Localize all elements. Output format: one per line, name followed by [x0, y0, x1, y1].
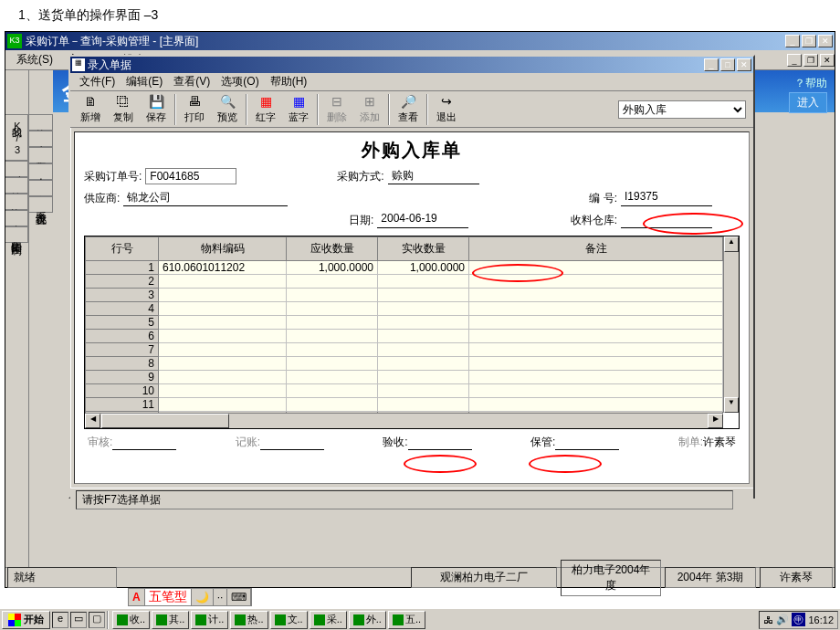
- col-actual[interactable]: 实收数量: [378, 237, 469, 261]
- child-close-button[interactable]: ✕: [820, 54, 835, 67]
- print-button[interactable]: 🖶打印: [178, 92, 211, 127]
- grid[interactable]: 行号 物料编码 应收数量 实收数量 备注 1610.06010112021,00…: [85, 236, 723, 413]
- order-no-field[interactable]: F0041685: [145, 168, 236, 184]
- ime-a-icon[interactable]: A: [129, 589, 145, 605]
- ime-bar[interactable]: A 五笔型 🌙 ·· ⌨: [128, 588, 252, 606]
- scroll-down-button[interactable]: ▼: [724, 397, 739, 413]
- add-button[interactable]: ⊞添加: [353, 92, 386, 127]
- quick-ie-icon[interactable]: e: [52, 612, 68, 628]
- taskbar-task[interactable]: 收..: [112, 611, 150, 629]
- keep-value[interactable]: [555, 436, 619, 450]
- sidebar-settings[interactable]: 系统设置: [29, 196, 53, 213]
- doc-type-combo[interactable]: 外购入库: [618, 100, 746, 119]
- help-link[interactable]: ？帮助: [794, 76, 827, 91]
- sidebar-funds[interactable]: 资金管理: [5, 194, 28, 210]
- inner-close-button[interactable]: ✕: [737, 58, 751, 71]
- sidebar-group-ctrl[interactable]: 集团控制: [5, 226, 28, 243]
- table-row[interactable]: 8: [86, 357, 723, 371]
- tray-ime-icon[interactable]: ㊥: [792, 613, 805, 626]
- menu-file[interactable]: 文件(F): [74, 72, 121, 91]
- scroll-left-button[interactable]: ◀: [85, 414, 100, 428]
- ime-label[interactable]: 五笔型: [145, 589, 192, 605]
- sidebar-production[interactable]: 生产管理: [29, 131, 53, 147]
- quick-desktop-icon[interactable]: ▭: [70, 612, 87, 628]
- supplier-value[interactable]: 锦龙公司: [123, 190, 288, 206]
- order-no-label: 采购订单号:: [84, 169, 142, 184]
- sidebar-distribution[interactable]: 集团分销: [29, 147, 53, 163]
- taskbar-task[interactable]: 采..: [310, 611, 347, 629]
- new-button[interactable]: 🗎新增: [74, 92, 107, 127]
- menu-edit[interactable]: 编辑(E): [121, 72, 168, 91]
- col-receivable[interactable]: 应收数量: [287, 237, 378, 261]
- start-button[interactable]: 开始: [2, 611, 50, 629]
- scroll-thumb[interactable]: [101, 414, 229, 428]
- warehouse-value[interactable]: [621, 212, 712, 228]
- col-rownum[interactable]: 行号: [86, 237, 159, 261]
- restore-button[interactable]: ❐: [802, 35, 816, 47]
- taskbar-task[interactable]: 计..: [191, 611, 228, 629]
- sidebar-mgmt-acct[interactable]: 管理会计: [5, 177, 28, 194]
- sidebar-bi[interactable]: 商业智能: [29, 180, 53, 196]
- sidebar-myk3[interactable]: 我的K/3: [5, 114, 28, 161]
- blue-button[interactable]: ▦蓝字: [282, 92, 315, 127]
- copy-button[interactable]: ⿻复制: [107, 92, 140, 127]
- taskbar-task[interactable]: 其..: [152, 611, 189, 629]
- close-button[interactable]: ✕: [818, 35, 833, 47]
- inner-maximize-button[interactable]: □: [720, 58, 735, 71]
- scroll-right-button[interactable]: ▶: [708, 414, 723, 428]
- quick-app-icon[interactable]: ▢: [89, 612, 105, 628]
- table-row[interactable]: 9: [86, 371, 723, 384]
- system-tray[interactable]: 🖧 🔊 ㊥ 16:12: [759, 611, 838, 629]
- enter-button[interactable]: 进入: [789, 92, 827, 113]
- tray-net-icon[interactable]: 🖧: [763, 614, 773, 625]
- child-minimize-button[interactable]: _: [787, 54, 802, 67]
- doc-type-select[interactable]: 外购入库: [618, 100, 746, 119]
- minimize-button[interactable]: _: [785, 35, 800, 47]
- keep-highlight: [529, 455, 602, 473]
- table-row[interactable]: 10: [86, 384, 723, 398]
- sidebar-consol[interactable]: 合并报表: [5, 210, 28, 226]
- date-value[interactable]: 2004-06-19: [377, 212, 468, 228]
- col-material[interactable]: 物料编码: [159, 237, 287, 261]
- tray-vol-icon[interactable]: 🔊: [776, 614, 789, 625]
- save-button[interactable]: 💾保存: [140, 92, 173, 127]
- table-row[interactable]: 5: [86, 316, 723, 330]
- lookup-button[interactable]: 🔎查看: [392, 92, 425, 127]
- table-row[interactable]: 1610.06010112021,000.00001,000.0000: [86, 261, 723, 275]
- scroll-up-button[interactable]: ▲: [724, 236, 739, 252]
- menu-view[interactable]: 查看(V): [168, 72, 215, 91]
- outer-statusbar: 就绪 观澜柏力电子二厂 柏力电子2004年度 2004年 第3期 许素琴: [5, 567, 835, 587]
- sidebar-hr[interactable]: 人力资源: [29, 163, 53, 180]
- menu-option[interactable]: 选项(O): [215, 72, 264, 91]
- table-row[interactable]: 4: [86, 302, 723, 316]
- taskbar-task[interactable]: 外..: [349, 611, 386, 629]
- child-restore-button[interactable]: ❐: [803, 54, 818, 67]
- table-row[interactable]: 3: [86, 289, 723, 302]
- audit-label: 审核:: [88, 435, 112, 450]
- table-row[interactable]: 7: [86, 343, 723, 357]
- preview-button[interactable]: 🔍预览: [211, 92, 244, 127]
- taskbar-task[interactable]: 文..: [270, 611, 308, 629]
- table-row[interactable]: 6: [86, 330, 723, 343]
- table-row[interactable]: 11: [86, 398, 723, 412]
- col-note[interactable]: 备注: [469, 237, 723, 261]
- v-scrollbar[interactable]: ▲ ▼: [723, 236, 739, 413]
- sidebar-logistics[interactable]: 物流管理: [29, 114, 53, 131]
- accept-value[interactable]: [408, 436, 472, 450]
- inner-minimize-button[interactable]: _: [704, 58, 719, 71]
- taskbar-task[interactable]: 五..: [388, 611, 425, 629]
- red-button[interactable]: ▦红字: [249, 92, 282, 127]
- menu-help-inner[interactable]: 帮助(H): [265, 72, 313, 91]
- ime-keyboard-icon[interactable]: ⌨: [227, 589, 251, 605]
- ime-moon-icon[interactable]: 🌙: [192, 589, 214, 605]
- menu-system[interactable]: 系统(S): [9, 50, 60, 69]
- h-scrollbar[interactable]: ◀ ▶: [85, 413, 723, 428]
- table-row[interactable]: 2: [86, 275, 723, 289]
- exit-button[interactable]: ↪退出: [430, 92, 463, 127]
- taskbar-task[interactable]: 热..: [230, 611, 268, 629]
- delete-button[interactable]: ⊟删除: [320, 92, 353, 127]
- maker-value: 许素琴: [703, 435, 736, 450]
- sidebar-finance[interactable]: 财务会计: [5, 161, 28, 177]
- accept-highlight: [404, 455, 477, 473]
- ime-dots-icon[interactable]: ··: [214, 589, 228, 605]
